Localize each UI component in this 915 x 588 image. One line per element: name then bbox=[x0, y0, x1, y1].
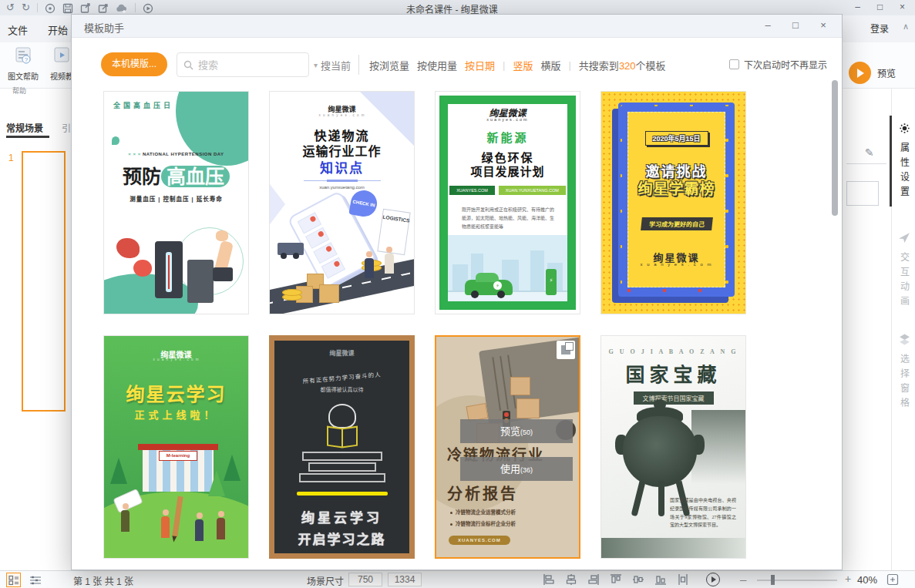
login-link[interactable]: 登录 bbox=[870, 22, 889, 35]
card-en-line: G U O J I A B A O Z A N G bbox=[601, 348, 745, 355]
zoom-out-button[interactable]: – bbox=[740, 573, 746, 586]
scene-height-input[interactable] bbox=[388, 573, 422, 586]
distribute-icon[interactable] bbox=[677, 573, 689, 586]
card-logo: 绚星微课 bbox=[274, 348, 409, 357]
card-topline: 全国高血压日 bbox=[113, 100, 173, 110]
sidebar-item-animations[interactable]: 交互动画 bbox=[894, 231, 914, 311]
zoom-in-button[interactable]: + bbox=[845, 573, 851, 585]
dialog-minimize-button[interactable]: – bbox=[754, 15, 782, 37]
image-help-button[interactable]: ? 图文帮助 bbox=[6, 45, 40, 82]
scene-width-input[interactable] bbox=[348, 573, 382, 586]
import-icon[interactable] bbox=[80, 1, 91, 15]
maximize-button[interactable]: □ bbox=[869, 0, 891, 15]
redo-icon[interactable]: ↻ bbox=[22, 2, 30, 14]
play-preview-icon[interactable] bbox=[143, 1, 153, 15]
local-templates-button[interactable]: 本机模版... bbox=[101, 52, 167, 76]
thumbnail-view-icon[interactable] bbox=[6, 573, 21, 587]
filter-divider: | bbox=[568, 59, 570, 71]
card-title: 分析报告 bbox=[447, 482, 518, 504]
property-input[interactable] bbox=[846, 181, 879, 206]
play-from-current-icon[interactable] bbox=[706, 573, 720, 586]
decor-frame: 2020年5月15日 邀请挑战 绚星学霸榜 学习成为更好的自己 绚星微课 x u… bbox=[618, 102, 735, 297]
layers-icon bbox=[898, 333, 911, 346]
card-chips: XUANYES.COM XUAN.YUNXUETANG.COM bbox=[436, 186, 580, 195]
toolbar-divider bbox=[135, 3, 136, 12]
card-chip: 文博探索节目国家宝藏 bbox=[634, 391, 714, 405]
search-input[interactable] bbox=[198, 59, 291, 71]
template-use-button[interactable]: 使用(36) bbox=[460, 457, 573, 481]
undo-icon[interactable]: ↺ bbox=[6, 2, 15, 14]
slide-thumbnail[interactable] bbox=[22, 151, 66, 412]
align-middle-icon[interactable] bbox=[632, 573, 644, 586]
template-card-cloud-learning[interactable]: 绚星微课 x u a n y e s . c o m 绚星云学习 正式上线啦！ … bbox=[103, 335, 249, 559]
card-title-accent: 知识点 bbox=[270, 157, 414, 176]
align-bottom-icon[interactable] bbox=[654, 573, 667, 586]
edit-pencil-icon[interactable]: ✎ bbox=[865, 146, 891, 159]
card-title: 项目发展计划 bbox=[436, 163, 580, 179]
template-card-logistics-knowledge[interactable]: 绚星微课 x u a n y e s . c o m 快递物流 运输行业工作 知… bbox=[269, 91, 415, 314]
apply-to-current-icon[interactable] bbox=[557, 341, 575, 359]
panel-divider bbox=[846, 163, 886, 164]
sidebar-item-selection-pane[interactable]: 选择窗格 bbox=[894, 333, 914, 412]
tab-reference-scenes[interactable]: 引 bbox=[62, 121, 71, 134]
dialog-toolbar: 本机模版... ▾ 搜当前 按浏览量 按使用量 按日期 | 竖版 横版 | 共搜… bbox=[72, 52, 842, 79]
cloud-upload-icon[interactable] bbox=[116, 1, 128, 15]
filter-divider: | bbox=[503, 59, 505, 71]
dialog-scrollbar[interactable] bbox=[832, 80, 838, 216]
zoom-slider-track[interactable] bbox=[757, 580, 837, 581]
card-logo-sub: xuanyes.com bbox=[436, 117, 580, 122]
decor-dot bbox=[112, 136, 119, 145]
zoom-slider-handle[interactable] bbox=[771, 575, 775, 585]
card-title: 绚星云学习 bbox=[274, 507, 409, 526]
template-card-hypertension[interactable]: 全国高血压日 × × × NATIONAL HYPERTENSION DAY 预… bbox=[103, 91, 249, 314]
scene-size-label: 场景尺寸 bbox=[307, 574, 344, 587]
dont-show-again-option[interactable]: 下次启动时不再显示 bbox=[729, 58, 827, 71]
template-card-challenge-board[interactable]: 2020年5月15日 邀请挑战 绚星学霸榜 学习成为更好的自己 绚星微课 x u… bbox=[600, 91, 746, 314]
sort-by-usage[interactable]: 按使用量 bbox=[417, 58, 457, 72]
menu-home[interactable]: 开始 bbox=[48, 22, 68, 37]
active-panel-indicator bbox=[890, 116, 892, 207]
dont-show-checkbox[interactable] bbox=[729, 59, 739, 69]
minimize-button[interactable]: – bbox=[846, 0, 869, 15]
align-center-h-icon[interactable] bbox=[565, 573, 577, 586]
record-icon[interactable] bbox=[45, 1, 56, 15]
timeline-view-icon[interactable] bbox=[28, 573, 42, 587]
close-button[interactable]: × bbox=[891, 0, 913, 15]
sidebar-item-properties[interactable]: 属性设置 bbox=[894, 122, 914, 201]
search-box[interactable] bbox=[177, 52, 309, 77]
card-title: 绚星云学习 bbox=[104, 379, 248, 406]
align-left-icon[interactable] bbox=[543, 573, 555, 586]
export-icon[interactable] bbox=[98, 1, 109, 15]
decor-divider bbox=[304, 180, 381, 181]
preview-button[interactable]: 预览 bbox=[849, 62, 896, 84]
card-chalk-line: 都值得被认真以待 bbox=[274, 385, 409, 393]
template-card-new-energy[interactable]: 绚星微课 xuanyes.com 新能源 绿色环保 项目发展计划 XUANYES… bbox=[435, 91, 580, 314]
card-bullet: 冷链物流行业标杆企业分析 bbox=[450, 519, 516, 527]
sort-by-date[interactable]: 按日期 bbox=[465, 58, 495, 72]
fit-screen-icon[interactable] bbox=[886, 573, 899, 588]
template-card-cold-chain-hovered[interactable]: 冷链物流行业 分析报告 冷链物流企业运营模式分析 冷链物流行业标杆企业分析 XU… bbox=[435, 335, 580, 559]
filter-portrait[interactable]: 竖版 bbox=[513, 58, 533, 72]
dialog-maximize-button[interactable]: □ bbox=[782, 15, 809, 37]
template-card-national-treasure[interactable]: G U O J I A B A O Z A N G 国家宝藏 文博探索节目国家宝… bbox=[600, 335, 746, 559]
dialog-titlebar[interactable]: 模板助手 – □ × bbox=[72, 15, 842, 38]
toolbar-divider bbox=[37, 3, 38, 12]
card-slogan-badge: 学习成为更好的自己 bbox=[641, 217, 713, 230]
image-help-label: 图文帮助 bbox=[6, 70, 40, 82]
page-info: 第 1 张 共 1 张 bbox=[73, 574, 133, 587]
search-scope-dropdown[interactable]: ▾ 搜当前 bbox=[314, 58, 351, 72]
card-chalk-line: 所有正在努力学习奋斗的人 bbox=[274, 367, 409, 387]
collapse-ribbon-icon[interactable]: ∧ bbox=[903, 22, 909, 32]
align-top-icon[interactable] bbox=[610, 573, 622, 586]
menu-file[interactable]: 文件 bbox=[8, 22, 28, 37]
tab-normal-scenes[interactable]: 常规场景 bbox=[6, 121, 43, 134]
sort-by-views[interactable]: 按浏览量 bbox=[369, 58, 409, 72]
card-chip: XUANYES.COM bbox=[449, 536, 510, 545]
save-icon[interactable] bbox=[62, 1, 73, 15]
dialog-close-button[interactable]: × bbox=[809, 15, 837, 37]
template-card-blackboard[interactable]: 绚星微课 所有正在努力学习奋斗的人 都值得被认真以待 绚星云学习 开启学习之路 bbox=[269, 335, 415, 559]
template-preview-button[interactable]: 预览(50) bbox=[460, 419, 573, 443]
window-titlebar: ↺ ↻ 未命名课件 - 绚星微课 – □ × bbox=[0, 0, 915, 15]
align-right-icon[interactable] bbox=[587, 573, 600, 586]
filter-landscape[interactable]: 横版 bbox=[540, 58, 560, 72]
